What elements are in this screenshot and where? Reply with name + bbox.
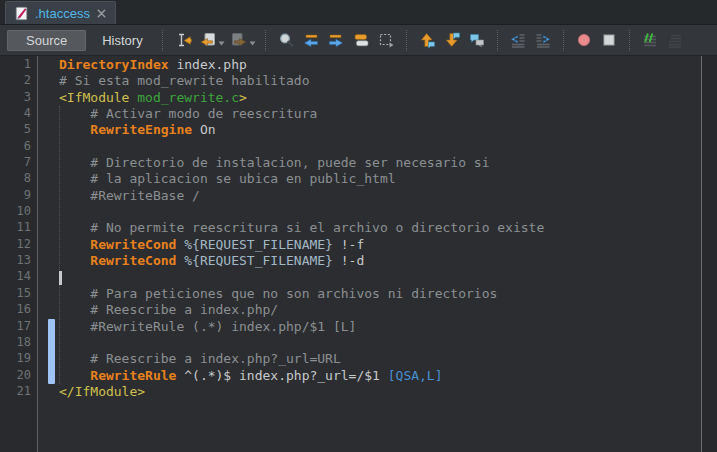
line-number: 14 — [0, 269, 37, 285]
code-token: RewriteCond — [90, 237, 176, 252]
code-line[interactable] — [59, 269, 701, 285]
indent-button[interactable] — [531, 28, 556, 52]
code-line[interactable]: #RewriteRule (.*) index.php/$1 [L] — [59, 319, 701, 335]
code-line[interactable]: # Para peticiones que no son archivos ni… — [59, 286, 701, 302]
vertical-scrollbar[interactable] — [701, 56, 717, 452]
unindent-icon — [509, 31, 527, 49]
code-line[interactable]: <IfModule mod_rewrite.c> — [59, 90, 701, 106]
code-line[interactable] — [59, 335, 701, 351]
code-token — [59, 237, 90, 252]
switch-windows-button[interactable] — [349, 28, 374, 52]
record-macro-icon — [575, 31, 593, 49]
code-line[interactable]: # Activar modo de reescritura — [59, 106, 701, 122]
line-number: 13 — [0, 253, 37, 269]
line-number: 1 — [0, 57, 37, 73]
code-line[interactable]: RewriteCond %{REQUEST_FILENAME} !-f — [59, 237, 701, 253]
code-token — [59, 368, 90, 383]
line-number: 20 — [0, 368, 37, 384]
code-token: RewriteCond — [90, 253, 176, 268]
close-icon[interactable] — [96, 8, 107, 19]
line-number: 4 — [0, 106, 37, 122]
code-token: # Si esta mod_rewrite habilitado — [59, 73, 309, 88]
toolbar-group — [572, 28, 622, 52]
code-token: # Reescribe a index.php?_url=URL — [59, 351, 341, 366]
block-selection-button[interactable] — [374, 28, 399, 52]
code-line[interactable] — [59, 204, 701, 220]
find-previous-button[interactable] — [299, 28, 324, 52]
code-line[interactable]: DirectoryIndex index.php — [59, 57, 701, 73]
history-tab-button[interactable]: History — [90, 30, 154, 51]
toolbar-separator — [563, 30, 565, 51]
toolbar-group — [638, 28, 688, 52]
tab-bar: .htaccess — [0, 0, 717, 25]
source-tab-button[interactable]: Source — [7, 30, 86, 51]
toolbar-group — [274, 28, 399, 52]
line-number: 12 — [0, 237, 37, 253]
code-area[interactable]: DirectoryIndex index.php# Si esta mod_re… — [59, 56, 701, 452]
toolbar-icon-groups — [155, 28, 688, 52]
line-number: 15 — [0, 286, 37, 302]
stop-macro-icon — [600, 31, 618, 49]
line-number: 17 — [0, 319, 37, 335]
code-line[interactable]: # Directorio de instalacion, puede ser n… — [59, 155, 701, 171]
code-line[interactable]: RewriteEngine On — [59, 122, 701, 138]
code-line[interactable]: RewriteCond %{REQUEST_FILENAME} !-d — [59, 253, 701, 269]
toolbar-separator — [629, 30, 631, 51]
code-token: RewriteEngine — [90, 122, 192, 137]
line-number-gutter[interactable]: 123456789101112131415161718192021 — [0, 56, 38, 452]
code-token: %{REQUEST_FILENAME} — [184, 237, 333, 252]
line-number: 3 — [0, 90, 37, 106]
code-line[interactable]: # No permite reescritura si el archivo o… — [59, 220, 701, 236]
code-token: !-d — [333, 253, 364, 268]
editor-window: { "tabbar": { "tab": { "title": ".htacce… — [0, 0, 717, 452]
jump-to-cursor-button[interactable] — [171, 28, 196, 52]
find-previous-icon — [302, 31, 320, 49]
code-line[interactable]: # la aplicacion se ubica en public_html — [59, 171, 701, 187]
search-button[interactable] — [274, 28, 299, 52]
stop-macro-button[interactable] — [597, 28, 622, 52]
unindent-button[interactable] — [506, 28, 531, 52]
code-line[interactable]: # Reescribe a index.php/ — [59, 302, 701, 318]
code-token: </IfModule> — [59, 384, 145, 399]
next-document-icon — [230, 31, 248, 49]
toolbar-separator — [265, 30, 267, 51]
tab-htaccess[interactable]: .htaccess — [5, 1, 116, 24]
toolbar-group — [171, 28, 258, 52]
dropdown-caret-icon[interactable] — [218, 41, 225, 46]
code-token: # Para peticiones que no son archivos ni… — [59, 286, 497, 301]
indent-icon — [534, 31, 552, 49]
search-icon — [277, 31, 295, 49]
code-token: #RewriteBase / — [59, 188, 200, 203]
toolbar-separator — [162, 30, 164, 51]
line-number: 7 — [0, 155, 37, 171]
record-macro-button[interactable] — [572, 28, 597, 52]
line-number: 11 — [0, 220, 37, 236]
text-cursor — [59, 271, 62, 285]
find-next-button[interactable] — [324, 28, 349, 52]
code-line[interactable] — [59, 139, 701, 155]
previous-use-button[interactable] — [415, 28, 440, 52]
code-token: # Directorio de instalacion, puede ser n… — [59, 155, 489, 170]
line-number: 16 — [0, 302, 37, 318]
find-next-icon — [327, 31, 345, 49]
modified-lines-bar — [48, 319, 55, 384]
next-document-button[interactable] — [227, 28, 252, 52]
code-line[interactable]: #RewriteBase / — [59, 188, 701, 204]
code-token: !-f — [333, 237, 364, 252]
code-token: # No permite reescritura si el archivo o… — [59, 220, 544, 235]
marker-border — [38, 56, 59, 452]
code-line[interactable]: </IfModule> — [59, 384, 701, 400]
code-token — [59, 122, 90, 137]
next-use-button[interactable] — [440, 28, 465, 52]
comment-button[interactable] — [638, 28, 663, 52]
line-number: 21 — [0, 384, 37, 400]
next-use-icon — [443, 31, 461, 49]
code-comments-button[interactable] — [465, 28, 490, 52]
code-line[interactable]: # Si esta mod_rewrite habilitado — [59, 73, 701, 89]
code-line[interactable]: RewriteRule ^(.*)$ index.php?_url=/$1 [Q… — [59, 368, 701, 384]
uncomment-button[interactable] — [663, 28, 688, 52]
switch-windows-icon — [352, 31, 370, 49]
text-file-icon — [14, 6, 29, 21]
code-line[interactable]: # Reescribe a index.php?_url=URL — [59, 351, 701, 367]
previous-use-icon — [418, 31, 436, 49]
